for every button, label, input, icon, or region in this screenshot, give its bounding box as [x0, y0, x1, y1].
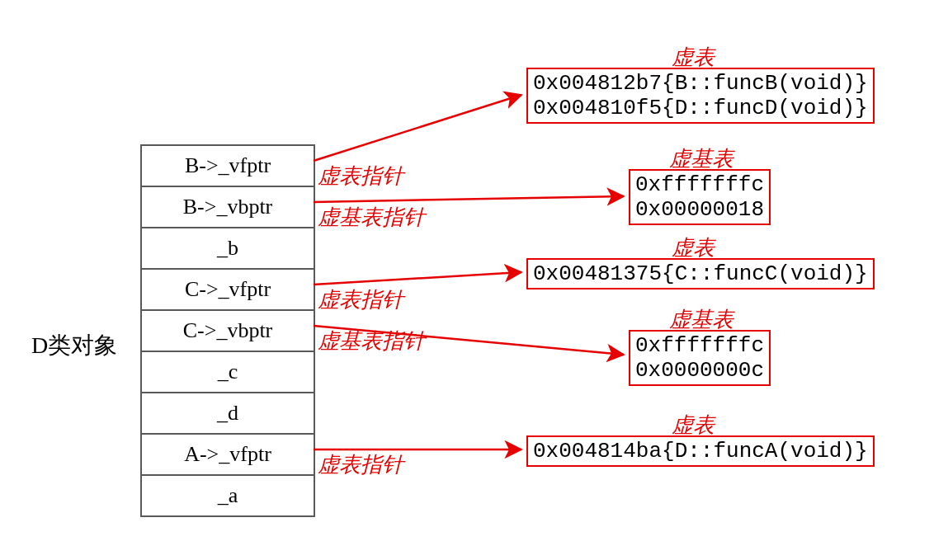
ptr-label-C-vbptr: 虚基表指针: [318, 327, 425, 355]
vtable-A-line0: 0x004814ba{D::funcA(void)}: [533, 439, 868, 464]
row-B-vbptr: B->_vbptr: [142, 187, 314, 228]
arrow-B-vbptr: [314, 196, 624, 202]
ptr-label-B-vfptr: 虚表指针: [318, 162, 403, 191]
object-memory-table: B->_vfptr B->_vbptr _b C->_vfptr C->_vbp…: [140, 144, 315, 517]
diagram-stage: D类对象 B->_vfptr B->_vbptr _b C->_vfptr C-…: [0, 0, 934, 560]
ptr-label-A-vfptr: 虚表指针: [318, 450, 403, 479]
vbtable-C: 0xfffffffc 0x0000000c: [629, 330, 771, 386]
arrow-C-vfptr: [314, 272, 521, 285]
object-label: D类对象: [31, 330, 117, 361]
vtable-B-line1: 0x004810f5{D::funcD(void)}: [533, 96, 868, 120]
ptr-label-B-vbptr: 虚基表指针: [318, 203, 425, 232]
row-C-vbptr: C->_vbptr: [142, 311, 314, 352]
row-a: _a: [142, 476, 314, 517]
row-B-vfptr: B->_vfptr: [142, 146, 314, 187]
vtable-C-line0: 0x00481375{C::funcC(void)}: [533, 261, 868, 286]
row-b: _b: [142, 228, 314, 270]
vbtable-B-line0: 0xfffffffc: [635, 172, 764, 197]
vbtable-C-line1: 0x0000000c: [635, 358, 764, 383]
vtable-A: 0x004814ba{D::funcA(void)}: [526, 435, 875, 467]
vtable-B-line0: 0x004812b7{B::funcB(void)}: [533, 71, 868, 96]
row-A-vfptr: A->_vfptr: [142, 435, 314, 476]
vtable-C: 0x00481375{C::funcC(void)}: [526, 258, 875, 289]
row-c: _c: [142, 352, 314, 393]
vbtable-B: 0xfffffffc 0x00000018: [629, 169, 771, 225]
ptr-label-C-vfptr: 虚表指针: [318, 285, 403, 314]
vbtable-B-line1: 0x00000018: [635, 197, 764, 222]
row-C-vfptr: C->_vfptr: [142, 270, 314, 311]
row-d: _d: [142, 393, 314, 435]
vtable-B: 0x004812b7{B::funcB(void)} 0x004810f5{D:…: [526, 68, 875, 124]
arrow-B-vfptr: [314, 95, 521, 161]
vbtable-C-line0: 0xfffffffc: [635, 333, 764, 358]
